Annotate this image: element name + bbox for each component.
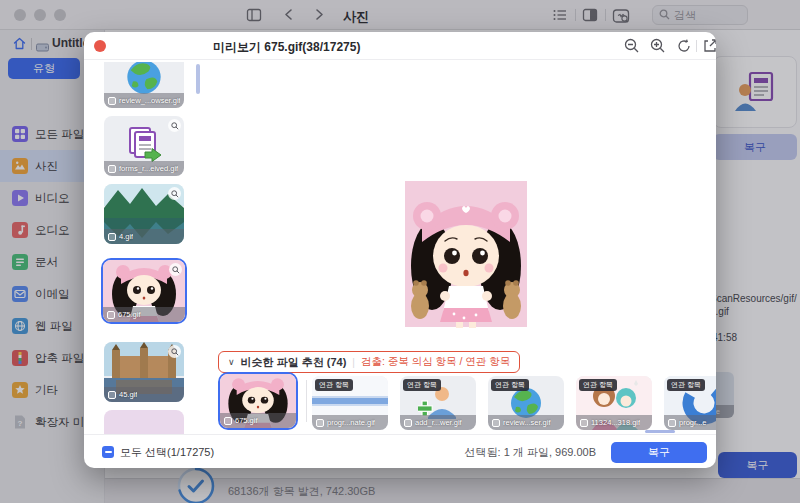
thumbnail-checkbox[interactable] [492,419,500,427]
magnifier-badge[interactable] [168,119,181,132]
preview-modal: 미리보기 675.gif(38/17275) review_...owser.g… [84,32,716,468]
select-all-label: 모두 선택(1/17275) [120,445,214,460]
thumbnail-checkbox[interactable] [108,233,116,241]
strip-thumbnail[interactable]: 4.gif [104,184,184,244]
header-divider [696,40,697,52]
chevron-down-icon[interactable]: ∨ [228,357,235,367]
thumbnail-filename: 4.gif [119,232,133,241]
thumbnail-filename: 675.gif [118,310,141,319]
strip-thumbnail[interactable]: 45.gif [104,342,184,402]
strip-thumbnail[interactable]: review_...owser.gif [104,62,184,108]
zoom-in-icon[interactable] [650,38,666,58]
recover-button[interactable]: 복구 [611,442,707,463]
modal-footer: 모두 선택(1/17275) 선택됨: 1 개 파일, 969.00B 복구 [84,434,716,468]
thumbnail-checkbox[interactable] [668,419,676,427]
app-window: 사진 Untitled 유형 [0,0,800,503]
magnifier-badge[interactable] [169,263,182,276]
thumbnail-filename: review...ser.gif [503,418,551,427]
thumbnail-checkbox[interactable] [108,165,116,173]
thumbnail-filename: progr...e [679,418,707,427]
magnifier-badge[interactable] [168,345,181,358]
preview-image [402,178,530,330]
thumbnail-filename: review_...owser.gif [119,96,180,105]
thumbnail-filename: forms_r...eived.gif [119,164,178,173]
thumbnail-filename: add_r...wer.gif [415,418,462,427]
strip-thumbnail-selected[interactable]: 675.gif [101,258,187,324]
zoom-out-icon[interactable] [624,38,640,58]
similar-files-header: 비슷한 파일 추천 (74) [241,355,347,370]
thumbnail-checkbox[interactable] [108,391,116,399]
export-icon[interactable] [702,38,716,58]
modal-header: 미리보기 675.gif(38/17275) [84,32,716,60]
thumbnail-checkbox[interactable] [404,419,412,427]
rotate-icon[interactable] [676,38,692,58]
thumbnail-checkbox[interactable] [224,417,232,425]
related-item-badge: 연관 항목 [491,379,529,391]
selected-info: 선택됨: 1 개 파일, 969.00B [465,445,596,460]
strip-thumbnail[interactable]: forms_r...eived.gif [104,116,184,176]
thumbnail-filename: 45.gif [119,390,137,399]
similar-thumbnail[interactable]: 연관 항목 progr...nate.gif [312,376,388,430]
similar-row-scrollbar[interactable] [645,430,675,433]
similar-files-detect-label: 검출: 중복 의심 항목 / 연관 항목 [361,355,510,369]
similar-thumbnail[interactable]: 연관 항목 add_r...wer.gif [400,376,476,430]
strip-thumbnail-partial[interactable] [104,410,184,434]
related-item-badge: 연관 항목 [315,379,353,391]
thumbnail-checkbox[interactable] [580,419,588,427]
similar-thumbnail[interactable]: 연관 항목 progr...e [664,376,716,430]
modal-close-button[interactable] [94,40,106,52]
related-item-badge: 연관 항목 [403,379,441,391]
modal-title: 미리보기 675.gif(38/17275) [213,39,360,56]
thumbnail-filename: progr...nate.gif [327,418,375,427]
strip-scrollbar[interactable] [196,64,200,94]
magnifier-badge[interactable] [168,187,181,200]
related-item-badge: 연관 항목 [579,379,617,391]
select-all-checkbox[interactable] [102,446,114,458]
thumbnail-checkbox[interactable] [108,97,116,105]
similar-thumbnail[interactable]: 연관 항목 review...ser.gif [488,376,564,430]
thumbnail-checkbox[interactable] [107,311,115,319]
annotation-divider: | [352,357,355,368]
thumbnail-checkbox[interactable] [316,419,324,427]
similar-files-annotation: ∨ 비슷한 파일 추천 (74) | 검출: 중복 의심 항목 / 연관 항목 [218,351,520,373]
related-item-badge: 연관 항목 [667,379,705,391]
similar-row-divider [306,380,307,422]
similar-thumbnail-selected[interactable]: 675.gif [218,372,298,430]
thumbnail-filename: 11324...318.gif [591,418,640,427]
similar-thumbnail[interactable]: 연관 항목 11324...318.gif [576,376,652,430]
thumbnail-filename: 675.gif [235,416,258,425]
